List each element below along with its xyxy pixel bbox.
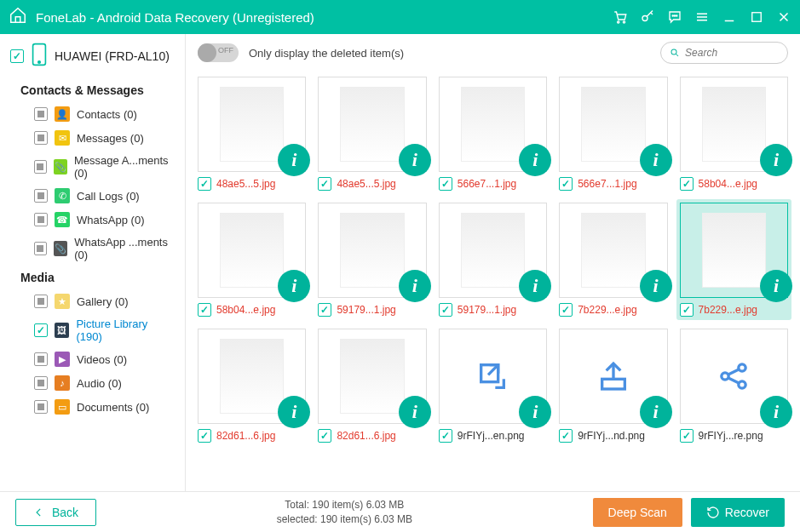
key-icon[interactable] xyxy=(640,9,655,25)
category-checkbox[interactable] xyxy=(34,352,48,366)
thumbnail-box[interactable]: i xyxy=(439,329,547,424)
thumbnail-cell[interactable]: i59179...1.jpg xyxy=(439,203,547,317)
info-badge-icon[interactable]: i xyxy=(278,396,310,428)
thumbnail-box[interactable]: i xyxy=(198,329,306,424)
recover-button[interactable]: Recover xyxy=(691,498,785,527)
category-item[interactable]: 🖼Picture Library (190) xyxy=(0,313,185,347)
thumbnail-checkbox[interactable] xyxy=(680,177,694,191)
category-checkbox[interactable] xyxy=(34,131,48,145)
close-icon[interactable] xyxy=(776,9,791,25)
thumbnail-box[interactable]: i xyxy=(559,77,667,172)
info-badge-icon[interactable]: i xyxy=(519,396,551,428)
category-item[interactable]: ▭Documents (0) xyxy=(0,395,185,419)
thumbnail-cell[interactable]: i7b229...e.jpg xyxy=(676,199,791,320)
home-icon[interactable] xyxy=(9,6,27,28)
thumbnail-box[interactable]: i xyxy=(439,77,547,172)
info-badge-icon[interactable]: i xyxy=(399,396,431,428)
minimize-icon[interactable] xyxy=(722,9,737,25)
search-input[interactable] xyxy=(685,47,779,59)
category-item[interactable]: ▶Videos (0) xyxy=(0,347,185,371)
info-badge-icon[interactable]: i xyxy=(519,144,551,176)
thumbnail-checkbox[interactable] xyxy=(318,429,331,443)
thumbnail-cell[interactable]: i9rFIYj...en.png xyxy=(439,329,547,443)
category-checkbox[interactable] xyxy=(34,189,48,203)
thumbnail-checkbox[interactable] xyxy=(559,429,573,443)
thumbnail-checkbox[interactable] xyxy=(318,303,331,317)
device-row[interactable]: HUAWEI (FRD-AL10) xyxy=(0,34,185,78)
thumbnail-checkbox[interactable] xyxy=(439,303,452,317)
info-badge-icon[interactable]: i xyxy=(399,270,431,302)
category-item[interactable]: ♪Audio (0) xyxy=(0,371,185,395)
info-badge-icon[interactable]: i xyxy=(760,144,792,176)
thumbnail-cell[interactable]: i58b04...e.jpg xyxy=(680,77,788,191)
back-button[interactable]: Back xyxy=(15,499,96,526)
search-box[interactable] xyxy=(660,42,788,64)
cart-icon[interactable] xyxy=(613,9,628,25)
thumbnail-box[interactable]: i xyxy=(439,203,547,298)
thumbnail-checkbox[interactable] xyxy=(559,177,573,191)
thumbnail-checkbox[interactable] xyxy=(439,177,452,191)
thumbnail-cell[interactable]: i82d61...6.jpg xyxy=(198,329,306,443)
category-item[interactable]: ✉Messages (0) xyxy=(0,126,185,150)
thumbnail-checkbox[interactable] xyxy=(198,303,211,317)
thumbnail-cell[interactable]: i566e7...1.jpg xyxy=(439,77,547,191)
thumbnail-cell[interactable]: i9rFIYj...nd.png xyxy=(559,329,667,443)
menu-icon[interactable] xyxy=(694,9,710,25)
thumbnail-cell[interactable]: i58b04...e.jpg xyxy=(198,203,306,317)
info-badge-icon[interactable]: i xyxy=(640,270,672,302)
feedback-icon[interactable] xyxy=(667,9,682,25)
thumbnail-checkbox[interactable] xyxy=(439,429,452,443)
category-checkbox[interactable] xyxy=(34,376,48,390)
thumbnail-cell[interactable]: i9rFIYj...re.png xyxy=(680,329,788,443)
thumbnail-checkbox[interactable] xyxy=(559,303,573,317)
info-badge-icon[interactable]: i xyxy=(519,270,551,302)
category-checkbox[interactable] xyxy=(34,323,48,337)
category-item[interactable]: 📎Message A...ments (0) xyxy=(0,150,185,184)
thumbnail-checkbox[interactable] xyxy=(198,429,211,443)
thumbnail-cell[interactable]: i82d61...6.jpg xyxy=(318,329,426,443)
info-badge-icon[interactable]: i xyxy=(760,396,792,428)
category-item[interactable]: ☎WhatsApp (0) xyxy=(0,208,185,232)
thumbnail-cell[interactable]: i7b229...e.jpg xyxy=(559,203,667,317)
device-checkbox[interactable] xyxy=(10,49,24,63)
thumbnail-checkbox[interactable] xyxy=(198,177,211,191)
thumbnail-box[interactable]: i xyxy=(680,77,788,172)
info-badge-icon[interactable]: i xyxy=(278,144,310,176)
maximize-icon[interactable] xyxy=(749,9,764,25)
thumbnail-checkbox[interactable] xyxy=(680,429,694,443)
thumbnail-box[interactable]: i xyxy=(198,203,306,298)
thumbnail-cell[interactable]: i566e7...1.jpg xyxy=(559,77,667,191)
thumbnail-cell[interactable]: i48ae5...5.jpg xyxy=(198,77,306,191)
thumbnail-box[interactable]: i xyxy=(559,329,667,424)
thumbnail-cell[interactable]: i48ae5...5.jpg xyxy=(318,77,426,191)
category-checkbox[interactable] xyxy=(34,242,47,255)
deep-scan-button[interactable]: Deep Scan xyxy=(593,498,682,527)
category-item[interactable]: ★Gallery (0) xyxy=(0,289,185,313)
thumbnail-cell[interactable]: i59179...1.jpg xyxy=(318,203,426,317)
deleted-only-toggle[interactable]: OFF xyxy=(198,43,239,62)
category-checkbox[interactable] xyxy=(34,160,47,174)
category-item[interactable]: ✆Call Logs (0) xyxy=(0,184,185,208)
category-checkbox[interactable] xyxy=(34,213,48,226)
thumbnail-box[interactable]: i xyxy=(559,203,667,298)
info-badge-icon[interactable]: i xyxy=(640,396,672,428)
thumbnail-box[interactable]: i xyxy=(680,203,788,298)
info-badge-icon[interactable]: i xyxy=(278,270,310,302)
thumbnail-checkbox[interactable] xyxy=(680,303,694,317)
info-badge-icon[interactable]: i xyxy=(640,144,672,176)
thumbnail-scroll[interactable]: i48ae5...5.jpgi48ae5...5.jpgi566e7...1.j… xyxy=(186,72,800,491)
info-badge-icon[interactable]: i xyxy=(760,270,792,302)
category-item[interactable]: 👤Contacts (0) xyxy=(0,102,185,126)
thumbnail-box[interactable]: i xyxy=(318,203,426,298)
thumbnail-preview xyxy=(581,213,645,288)
category-checkbox[interactable] xyxy=(34,295,48,308)
category-checkbox[interactable] xyxy=(34,400,48,414)
thumbnail-checkbox[interactable] xyxy=(318,177,331,191)
thumbnail-box[interactable]: i xyxy=(680,329,788,424)
category-item[interactable]: 📎WhatsApp ...ments (0) xyxy=(0,232,185,266)
thumbnail-box[interactable]: i xyxy=(318,329,426,424)
info-badge-icon[interactable]: i xyxy=(399,144,431,176)
thumbnail-box[interactable]: i xyxy=(198,77,306,172)
category-checkbox[interactable] xyxy=(34,107,48,121)
thumbnail-box[interactable]: i xyxy=(318,77,426,172)
